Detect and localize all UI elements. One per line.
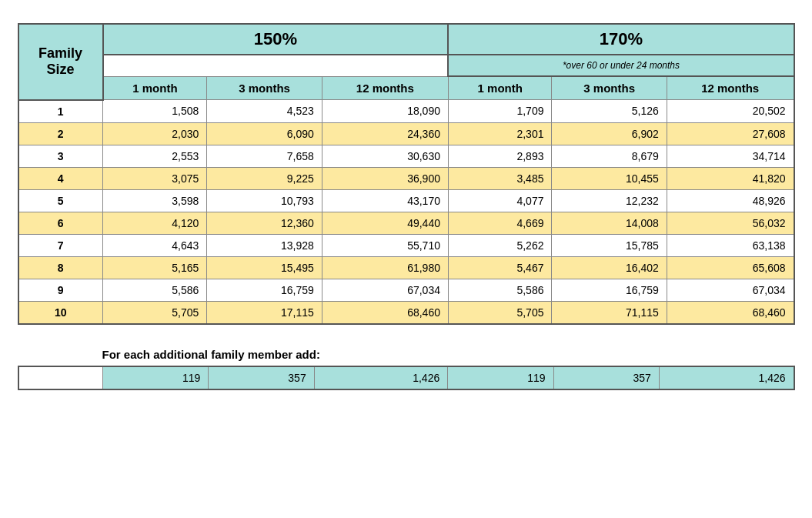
income-table: Family Size 150% 170% *over 60 or under … bbox=[18, 23, 795, 325]
cell-8-col2: 61,980 bbox=[322, 256, 448, 279]
cell-8-col3: 5,467 bbox=[448, 256, 551, 279]
cell-5-col4: 12,232 bbox=[552, 189, 667, 212]
row-size-8: 8 bbox=[18, 256, 103, 279]
cell-6-col0: 4,120 bbox=[103, 212, 207, 234]
cell-1-col0: 1,508 bbox=[103, 100, 207, 123]
cell-3-col0: 2,553 bbox=[103, 145, 207, 167]
row-size-3: 3 bbox=[18, 145, 103, 167]
footer-cell-2: 1,426 bbox=[314, 366, 448, 389]
pct170-header: 170% bbox=[448, 24, 794, 55]
cell-3-col1: 7,658 bbox=[207, 145, 322, 167]
table-row: 22,0306,09024,3602,3016,90227,608 bbox=[18, 122, 794, 145]
col-header-3months-170: 3 months bbox=[552, 76, 667, 100]
cell-2-col1: 6,090 bbox=[207, 122, 322, 145]
cell-2-col5: 27,608 bbox=[667, 122, 794, 145]
cell-7-col0: 4,643 bbox=[103, 234, 207, 256]
footer-spacer bbox=[18, 366, 103, 389]
family-size-header: Family Size bbox=[18, 24, 103, 100]
cell-10-col5: 68,460 bbox=[667, 301, 794, 324]
col-header-12months-170: 12 months bbox=[667, 76, 794, 100]
row-size-9: 9 bbox=[18, 279, 103, 301]
cell-9-col4: 16,759 bbox=[552, 279, 667, 301]
cell-7-col4: 15,785 bbox=[552, 234, 667, 256]
cell-6-col2: 49,440 bbox=[322, 212, 448, 234]
cell-5-col2: 43,170 bbox=[322, 189, 448, 212]
row-size-5: 5 bbox=[18, 189, 103, 212]
cell-7-col5: 63,138 bbox=[667, 234, 794, 256]
footer-cell-0: 119 bbox=[103, 366, 209, 389]
cell-8-col4: 16,402 bbox=[552, 256, 667, 279]
cell-9-col2: 67,034 bbox=[322, 279, 448, 301]
pct170-note: *over 60 or under 24 months bbox=[448, 55, 794, 76]
cell-6-col1: 12,360 bbox=[207, 212, 322, 234]
main-table-wrapper: Family Size 150% 170% *over 60 or under … bbox=[18, 23, 795, 325]
cell-10-col0: 5,705 bbox=[103, 301, 207, 324]
table-row: 64,12012,36049,4404,66914,00856,032 bbox=[18, 212, 794, 234]
cell-9-col5: 67,034 bbox=[667, 279, 794, 301]
cell-10-col2: 68,460 bbox=[322, 301, 448, 324]
cell-9-col1: 16,759 bbox=[207, 279, 322, 301]
table-row: 11,5084,52318,0901,7095,12620,502 bbox=[18, 100, 794, 123]
footer-cell-3: 119 bbox=[448, 366, 553, 389]
table-row: 74,64313,92855,7105,26215,78563,138 bbox=[18, 234, 794, 256]
table-row: 105,70517,11568,4605,70571,11568,460 bbox=[18, 301, 794, 324]
col-header-1month-150: 1 month bbox=[103, 76, 207, 100]
cell-7-col2: 55,710 bbox=[322, 234, 448, 256]
cell-10-col3: 5,705 bbox=[448, 301, 551, 324]
footer-cell-1: 357 bbox=[209, 366, 314, 389]
table-row: 32,5537,65830,6302,8938,67934,714 bbox=[18, 145, 794, 167]
row-size-2: 2 bbox=[18, 122, 103, 145]
col-header-3months-150: 3 months bbox=[207, 76, 322, 100]
table-body: 11,5084,52318,0901,7095,12620,50222,0306… bbox=[18, 100, 794, 324]
footer-row: 1193571,4261193571,426 bbox=[18, 366, 794, 389]
row-size-1: 1 bbox=[18, 100, 103, 123]
footer-section: For each additional family member add: 1… bbox=[18, 348, 795, 390]
col-header-12months-150: 12 months bbox=[322, 76, 448, 100]
cell-10-col4: 71,115 bbox=[552, 301, 667, 324]
col-header-1month-170: 1 month bbox=[448, 76, 551, 100]
cell-1-col5: 20,502 bbox=[667, 100, 794, 123]
cell-1-col3: 1,709 bbox=[448, 100, 551, 123]
cell-8-col5: 65,608 bbox=[667, 256, 794, 279]
footer-cell-5: 1,426 bbox=[659, 366, 794, 389]
cell-8-col1: 15,495 bbox=[207, 256, 322, 279]
cell-2-col3: 2,301 bbox=[448, 122, 551, 145]
cell-1-col2: 18,090 bbox=[322, 100, 448, 123]
row-size-4: 4 bbox=[18, 167, 103, 189]
cell-5-col1: 10,793 bbox=[207, 189, 322, 212]
row-size-10: 10 bbox=[18, 301, 103, 324]
table-row: 95,58616,75967,0345,58616,75967,034 bbox=[18, 279, 794, 301]
table-row: 43,0759,22536,9003,48510,45541,820 bbox=[18, 167, 794, 189]
footer-cell-4: 357 bbox=[553, 366, 659, 389]
cell-8-col0: 5,165 bbox=[103, 256, 207, 279]
cell-10-col1: 17,115 bbox=[207, 301, 322, 324]
pct150-header: 150% bbox=[103, 24, 449, 55]
cell-9-col0: 5,586 bbox=[103, 279, 207, 301]
cell-1-col4: 5,126 bbox=[552, 100, 667, 123]
cell-5-col5: 48,926 bbox=[667, 189, 794, 212]
cell-9-col3: 5,586 bbox=[448, 279, 551, 301]
cell-1-col1: 4,523 bbox=[207, 100, 322, 123]
cell-2-col0: 2,030 bbox=[103, 122, 207, 145]
row-size-6: 6 bbox=[18, 212, 103, 234]
cell-3-col4: 8,679 bbox=[552, 145, 667, 167]
cell-3-col3: 2,893 bbox=[448, 145, 551, 167]
cell-6-col4: 14,008 bbox=[552, 212, 667, 234]
cell-7-col1: 13,928 bbox=[207, 234, 322, 256]
cell-5-col0: 3,598 bbox=[103, 189, 207, 212]
cell-2-col4: 6,902 bbox=[552, 122, 667, 145]
cell-2-col2: 24,360 bbox=[322, 122, 448, 145]
footer-label: For each additional family member add: bbox=[102, 348, 795, 361]
cell-4-col0: 3,075 bbox=[103, 167, 207, 189]
cell-6-col5: 56,032 bbox=[667, 212, 794, 234]
cell-3-col5: 34,714 bbox=[667, 145, 794, 167]
footer-table: 1193571,4261193571,426 bbox=[18, 366, 795, 390]
cell-4-col4: 10,455 bbox=[552, 167, 667, 189]
cell-5-col3: 4,077 bbox=[448, 189, 551, 212]
cell-3-col2: 30,630 bbox=[322, 145, 448, 167]
cell-4-col3: 3,485 bbox=[448, 167, 551, 189]
cell-6-col3: 4,669 bbox=[448, 212, 551, 234]
cell-4-col5: 41,820 bbox=[667, 167, 794, 189]
cell-4-col1: 9,225 bbox=[207, 167, 322, 189]
row-size-7: 7 bbox=[18, 234, 103, 256]
